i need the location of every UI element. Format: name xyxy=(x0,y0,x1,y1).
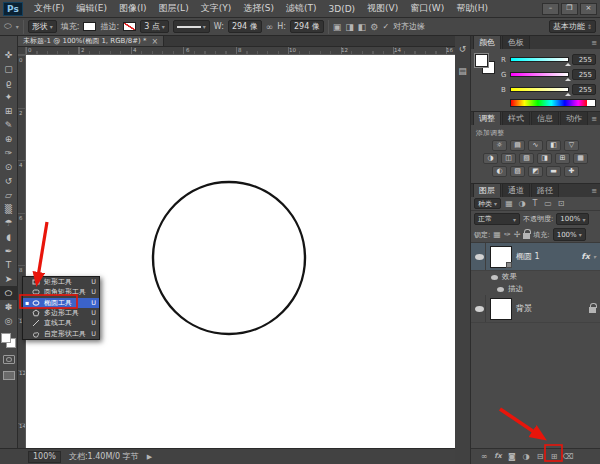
tool-mode-select[interactable]: 形状 ▾ xyxy=(28,20,57,33)
new-layer-button[interactable]: ⊞ xyxy=(548,453,560,461)
clone-stamp-tool[interactable]: ⊙ xyxy=(0,160,18,174)
move-tool[interactable]: ✜ xyxy=(0,48,18,62)
color-lookup-icon[interactable]: ▦ xyxy=(573,153,588,164)
panel-menu-icon[interactable]: ≡ xyxy=(591,39,597,47)
document-tab[interactable]: 未标题-1 @ 100%(椭圆 1, RGB/8#) * × xyxy=(18,36,164,46)
layer-style-icon[interactable]: fx xyxy=(492,453,504,460)
menu-3d[interactable]: 3D(D) xyxy=(322,0,361,17)
flyout-rectangle-tool[interactable]: 矩形工具 U xyxy=(23,277,99,287)
menu-filter[interactable]: 滤镜(T) xyxy=(280,0,323,17)
filter-type-icon[interactable]: T xyxy=(530,199,540,208)
menu-view[interactable]: 视图(V) xyxy=(361,0,404,17)
crop-tool[interactable]: ⊞ xyxy=(0,104,18,118)
visibility-toggle[interactable] xyxy=(473,295,486,322)
screen-mode-button[interactable] xyxy=(3,371,15,380)
panel-menu-icon[interactable]: ≡ xyxy=(591,187,597,195)
panel-menu-icon[interactable]: ≡ xyxy=(591,115,597,123)
lock-transparency-icon[interactable]: ▦ xyxy=(493,230,501,239)
menu-file[interactable]: 文件(F) xyxy=(28,0,70,17)
eyedropper-tool[interactable]: ✎ xyxy=(0,118,18,132)
color-balance-icon[interactable]: ◫ xyxy=(501,153,516,164)
filter-pixel-icon[interactable]: ▦ xyxy=(504,199,514,208)
path-selection-tool[interactable]: ➤ xyxy=(0,272,18,286)
path-arrangement-icon[interactable]: ◧ xyxy=(358,22,367,32)
stroke-width-input[interactable]: 3 点 ▾ xyxy=(140,20,169,33)
gradient-tool[interactable]: ▒ xyxy=(0,202,18,216)
stroke-swatch[interactable] xyxy=(123,22,136,31)
quick-mask-button[interactable] xyxy=(3,355,15,364)
brush-tool[interactable]: ✑ xyxy=(0,146,18,160)
workspace-select[interactable]: 基本功能 ⇕ xyxy=(549,20,596,33)
menu-type[interactable]: 文字(Y) xyxy=(195,0,238,17)
blue-slider[interactable] xyxy=(510,87,569,92)
blue-value-input[interactable]: 255 xyxy=(572,84,596,95)
red-slider[interactable] xyxy=(510,57,569,62)
zoom-tool[interactable]: ◎ xyxy=(0,314,18,328)
magic-wand-tool[interactable]: ✦ xyxy=(0,90,18,104)
minimize-button[interactable]: – xyxy=(542,3,559,15)
flyout-line-tool[interactable]: 直线工具 U xyxy=(23,318,99,328)
blend-mode-select[interactable]: 正常▾ xyxy=(474,213,520,225)
posterize-icon[interactable]: ▨ xyxy=(510,166,525,177)
tab-actions[interactable]: 动作 xyxy=(560,111,588,125)
flyout-custom-shape-tool[interactable]: 自定形状工具 U xyxy=(23,328,99,338)
shape-width-input[interactable]: 294 像 xyxy=(228,20,262,33)
menu-edit[interactable]: 编辑(E) xyxy=(70,0,113,17)
path-alignment-icon[interactable]: ◨ xyxy=(345,22,354,32)
delete-layer-icon[interactable]: ⌫ xyxy=(562,453,574,461)
link-dimensions-icon[interactable]: ∞ xyxy=(266,22,274,32)
lock-pixels-icon[interactable]: ✑ xyxy=(504,230,511,239)
menu-layer[interactable]: 图层(L) xyxy=(153,0,195,17)
gear-icon[interactable]: ⚙ xyxy=(370,22,378,32)
close-button[interactable]: × xyxy=(580,3,597,15)
channel-mixer-icon[interactable]: ⊞ xyxy=(555,153,570,164)
layer-effects-badge[interactable]: fx▾ xyxy=(581,252,596,261)
lasso-tool[interactable]: ϱ xyxy=(0,76,18,90)
flyout-polygon-tool[interactable]: 多边形工具 U xyxy=(23,308,99,318)
flyout-rounded-rectangle-tool[interactable]: 圆角矩形工具 U xyxy=(23,287,99,297)
menu-help[interactable]: 帮助(H) xyxy=(450,0,494,17)
shape-height-input[interactable]: 294 像 xyxy=(290,20,324,33)
healing-brush-tool[interactable]: ⊕ xyxy=(0,132,18,146)
color-spectrum-bar[interactable] xyxy=(510,99,596,107)
tab-swatches[interactable]: 色板 xyxy=(502,35,530,49)
dodge-tool[interactable]: ◖ xyxy=(0,230,18,244)
fill-swatch[interactable] xyxy=(83,22,96,31)
photo-filter-icon[interactable]: ◨ xyxy=(537,153,552,164)
effects-row[interactable]: 效果 xyxy=(471,271,600,283)
layer-row-background[interactable]: 背景 xyxy=(471,295,600,323)
stroke-effect-row[interactable]: 描边 xyxy=(471,283,600,295)
new-adjustment-layer-icon[interactable]: ◑ xyxy=(520,453,532,461)
eye-icon[interactable] xyxy=(491,275,498,280)
invert-icon[interactable]: ◐ xyxy=(492,166,507,177)
green-slider[interactable] xyxy=(510,72,569,77)
selective-color-icon[interactable]: ✚ xyxy=(564,166,579,177)
link-layers-icon[interactable]: ∞ xyxy=(478,453,490,461)
lock-position-icon[interactable]: ✢ xyxy=(514,230,521,239)
shape-tool-active[interactable]: ○ xyxy=(0,286,18,300)
tab-layers[interactable]: 图层 xyxy=(473,183,501,197)
eye-icon[interactable] xyxy=(497,287,504,292)
hue-saturation-icon[interactable]: ◑ xyxy=(483,153,498,164)
layer-row-ellipse1[interactable]: 椭圆 1 fx▾ xyxy=(471,243,600,271)
filter-smart-object-icon[interactable]: ⊡ xyxy=(556,199,566,208)
type-tool[interactable]: T xyxy=(0,258,18,272)
maximize-button[interactable]: ❐ xyxy=(561,3,578,15)
red-value-input[interactable]: 255 xyxy=(572,54,596,65)
history-panel-icon[interactable]: ↺ xyxy=(459,44,467,54)
filter-shape-icon[interactable]: ▭ xyxy=(543,199,553,208)
layer-thumbnail[interactable] xyxy=(490,246,512,268)
tab-info[interactable]: 信息 xyxy=(531,111,559,125)
tab-channels[interactable]: 通道 xyxy=(502,183,530,197)
lock-all-icon[interactable] xyxy=(523,233,530,239)
blur-tool[interactable]: ☂ xyxy=(0,216,18,230)
history-brush-tool[interactable]: ↺ xyxy=(0,174,18,188)
fill-input[interactable]: 100%▾ xyxy=(553,228,586,241)
eraser-tool[interactable]: ▱ xyxy=(0,188,18,202)
foreground-color-swatch[interactable] xyxy=(1,333,11,343)
levels-icon[interactable]: ▤ xyxy=(510,140,525,151)
menu-image[interactable]: 图像(I) xyxy=(113,0,153,17)
menu-window[interactable]: 窗口(W) xyxy=(404,0,450,17)
canvas[interactable] xyxy=(26,55,455,448)
foreground-color-swatch[interactable] xyxy=(475,54,488,67)
